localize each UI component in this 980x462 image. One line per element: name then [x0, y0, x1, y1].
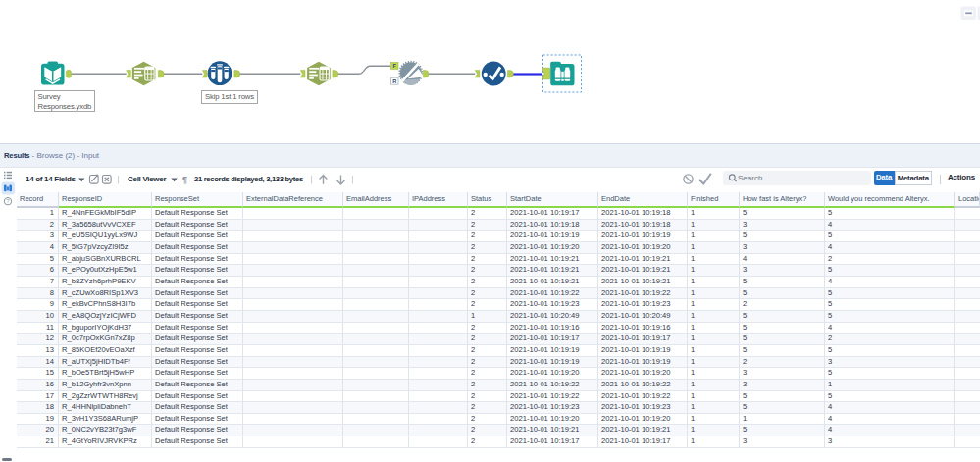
svg-text:R: R	[392, 78, 396, 84]
svg-text:F: F	[393, 63, 397, 69]
